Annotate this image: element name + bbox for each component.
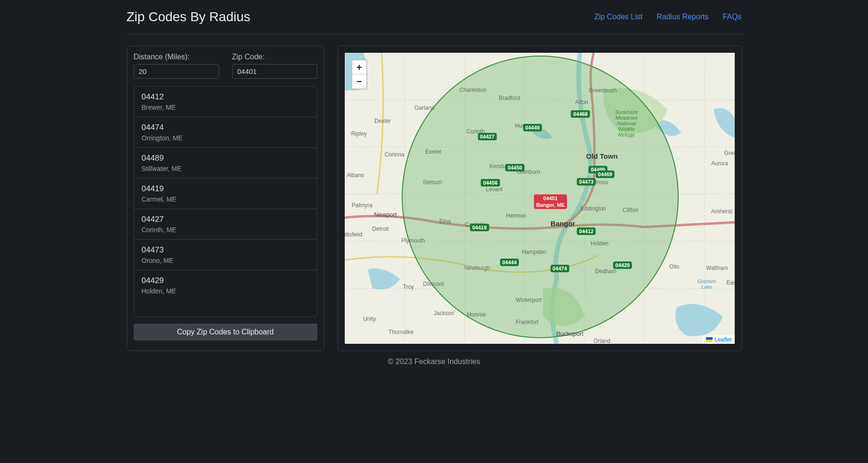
- page-title: Zip Codes By Radius: [127, 9, 251, 24]
- leaflet-attribution[interactable]: Leaflet: [703, 335, 734, 344]
- zip-code-value: 04489: [142, 154, 309, 163]
- zip-city-value: Orono, ME: [142, 257, 309, 264]
- zipcode-label: Zip Code:: [232, 53, 317, 61]
- list-item[interactable]: 04427Corinth, ME: [134, 209, 317, 240]
- footer: © 2023 Feckarse Industries: [127, 351, 742, 375]
- header: Zip Codes By Radius Zip Codes List Radiu…: [127, 0, 742, 34]
- zip-code-value: 04419: [142, 184, 309, 194]
- leaflet-link[interactable]: Leaflet: [714, 336, 731, 343]
- zip-marker[interactable]: 04473: [577, 178, 596, 186]
- zip-marker[interactable]: 04468: [571, 110, 590, 118]
- zip-city-value: Stillwater, ME: [142, 165, 309, 172]
- content: Distance (Miles): Zip Code: 04412Brewer,…: [127, 34, 742, 351]
- copy-button[interactable]: Copy Zip Codes to Clipboard: [134, 324, 317, 341]
- distance-input[interactable]: [134, 64, 219, 79]
- center-marker[interactable]: 04401Bangor, ME: [534, 195, 567, 209]
- zip-city-value: Carmel, ME: [142, 195, 309, 203]
- list-item[interactable]: 04489Stillwater, ME: [134, 148, 317, 179]
- list-item[interactable]: 04429Holden, ME: [134, 270, 317, 301]
- list-item[interactable]: 04474Orrington, ME: [134, 117, 317, 148]
- zip-marker[interactable]: 04419: [470, 224, 489, 231]
- map[interactable]: + − Leaflet CharlestonBradfordGreenbushG…: [345, 53, 735, 344]
- distance-label: Distance (Miles):: [134, 53, 219, 61]
- zip-marker[interactable]: 04474: [550, 265, 569, 272]
- zip-marker[interactable]: 04444: [500, 259, 519, 266]
- main-nav: Zip Codes List Radius Reports FAQs: [594, 13, 742, 21]
- zip-marker[interactable]: 04429: [613, 261, 633, 269]
- zip-code-value: 04427: [142, 215, 309, 224]
- sidebar: Distance (Miles): Zip Code: 04412Brewer,…: [127, 46, 324, 351]
- zip-city-value: Orrington, ME: [142, 134, 309, 142]
- zip-code-value: 04474: [142, 123, 309, 132]
- zip-code-value: 04412: [142, 92, 309, 102]
- ukraine-flag-icon: [706, 337, 713, 342]
- nav-zip-codes-list[interactable]: Zip Codes List: [594, 13, 642, 21]
- zip-city-value: Corinth, ME: [142, 226, 309, 234]
- inputs-row: Distance (Miles): Zip Code:: [134, 53, 317, 79]
- zip-code-value: 04429: [142, 276, 309, 285]
- zip-marker[interactable]: 04449: [523, 124, 542, 131]
- zoom-out-button[interactable]: −: [352, 74, 366, 89]
- list-item[interactable]: 04473Orono, ME: [134, 240, 317, 270]
- zoom-controls: + −: [351, 59, 367, 89]
- zipcode-group: Zip Code:: [232, 53, 317, 79]
- zip-marker[interactable]: 04456: [481, 179, 500, 187]
- list-item[interactable]: 04419Carmel, ME: [134, 179, 317, 209]
- nav-faqs[interactable]: FAQs: [722, 13, 741, 21]
- zip-city-value: Holden, ME: [142, 287, 309, 295]
- zip-code-value: 04473: [142, 245, 309, 255]
- distance-group: Distance (Miles):: [134, 53, 219, 79]
- zip-results-list[interactable]: 04412Brewer, ME04474Orrington, ME04489St…: [134, 86, 317, 317]
- zip-city-value: Brewer, ME: [142, 104, 309, 111]
- zip-marker[interactable]: 04450: [505, 164, 525, 171]
- zipcode-input[interactable]: [232, 64, 317, 79]
- nav-radius-reports[interactable]: Radius Reports: [657, 13, 708, 21]
- list-item[interactable]: 04412Brewer, ME: [134, 87, 317, 117]
- zip-marker[interactable]: 04469: [595, 171, 615, 178]
- map-panel: + − Leaflet CharlestonBradfordGreenbushG…: [338, 46, 742, 351]
- zoom-in-button[interactable]: +: [352, 60, 366, 74]
- zip-marker[interactable]: 04427: [478, 133, 497, 140]
- zip-marker[interactable]: 04412: [577, 227, 596, 235]
